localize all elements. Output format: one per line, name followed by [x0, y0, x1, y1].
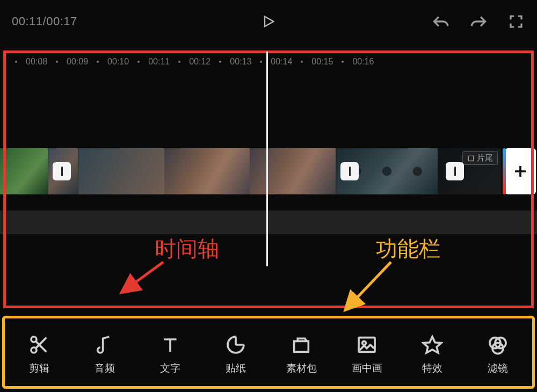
material-pack-tool[interactable]: 素材包 — [272, 333, 331, 375]
material-pack-icon — [290, 333, 313, 356]
tool-label: 素材包 — [286, 361, 317, 375]
video-clip[interactable] — [0, 148, 48, 194]
ruler-tick: 00:15 — [311, 57, 333, 67]
transition-handle[interactable] — [446, 162, 464, 180]
ruler-tick: 00:09 — [67, 57, 88, 67]
ruler-tick: 00:13 — [230, 57, 251, 67]
time-ruler[interactable]: 00:08 00:09 00:10 00:11 00:12 00:13 00:1… — [0, 52, 537, 68]
filter-tool[interactable]: 滤镜 — [468, 333, 527, 375]
tool-label: 音频 — [95, 361, 115, 375]
fullscreen-button[interactable] — [507, 12, 525, 31]
end-clip-label: 片尾 — [477, 153, 493, 163]
transition-handle[interactable] — [340, 162, 359, 180]
playhead[interactable] — [266, 52, 268, 266]
ruler-tick: 00:14 — [271, 57, 292, 67]
svg-rect-1 — [468, 156, 473, 161]
tool-label: 剪辑 — [29, 361, 49, 375]
tool-label: 贴纸 — [226, 361, 246, 375]
ruler-tick: 00:11 — [148, 57, 170, 67]
ruler-tick: 00:10 — [107, 57, 129, 67]
ruler-tick: 00:12 — [189, 57, 211, 67]
audio-tool[interactable]: 音频 — [75, 333, 134, 375]
text-tool[interactable]: 文字 — [141, 333, 200, 375]
playback-time: 00:11/00:17 — [12, 14, 77, 28]
add-clip-button[interactable] — [505, 148, 536, 194]
timeline-area[interactable]: 00:08 00:09 00:10 00:11 00:12 00:13 00:1… — [0, 52, 537, 308]
svg-point-3 — [31, 347, 37, 353]
ruler-tick: 00:16 — [352, 57, 374, 67]
ruler-tick: 00:08 — [26, 57, 47, 67]
effects-tool[interactable]: 特效 — [403, 333, 462, 375]
pip-tool[interactable]: 画中画 — [337, 333, 396, 375]
svg-marker-8 — [423, 337, 441, 353]
top-control-bar: 00:11/00:17 — [0, 0, 537, 43]
audio-track[interactable] — [0, 210, 537, 234]
svg-marker-0 — [265, 17, 273, 27]
star-icon — [421, 333, 444, 356]
end-clip-badge: 片尾 — [462, 151, 498, 165]
sticker-icon — [224, 333, 247, 356]
tool-label: 特效 — [422, 361, 442, 375]
music-note-icon — [93, 333, 116, 356]
transition-handle[interactable] — [53, 162, 71, 180]
tool-label: 文字 — [160, 361, 180, 375]
video-clip[interactable] — [78, 148, 336, 194]
undo-button[interactable] — [432, 12, 450, 31]
tool-label: 滤镜 — [488, 361, 508, 375]
function-toolbar: 剪辑 音频 文字 贴纸 素材包 画中画 特效 — [0, 320, 537, 392]
text-t-icon — [159, 333, 182, 356]
svg-point-7 — [362, 341, 366, 345]
sticker-tool[interactable]: 贴纸 — [206, 333, 265, 375]
picture-in-picture-icon — [355, 333, 378, 356]
tool-label: 画中画 — [352, 361, 382, 375]
svg-point-2 — [31, 337, 37, 342]
edit-tool[interactable]: 剪辑 — [10, 333, 69, 375]
scissors-icon — [28, 333, 50, 356]
play-button[interactable] — [259, 12, 278, 31]
redo-button[interactable] — [469, 12, 488, 31]
filter-rings-icon — [487, 333, 509, 356]
